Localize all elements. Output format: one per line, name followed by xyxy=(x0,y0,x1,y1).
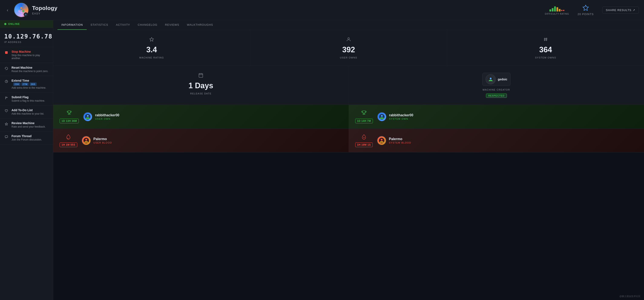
flag-icon xyxy=(4,96,8,100)
user-blood-type: USER BLOOD xyxy=(94,141,112,144)
svg-line-15 xyxy=(544,38,545,41)
tab-statistics[interactable]: STATISTICS xyxy=(87,20,112,30)
main-layout: ONLINE 10.129.76.78 IP ADDRESS Stop Mach… xyxy=(0,20,644,300)
review-machine-content: Review Machine Rate and send your feedba… xyxy=(12,121,49,128)
system-own-user-info: rabbithacker00 SYSTEM OWN xyxy=(389,113,413,120)
diff-bar-3 xyxy=(554,6,556,11)
reset-icon xyxy=(4,66,8,71)
respected-badge: RESPECTED xyxy=(486,94,507,98)
reset-machine-title: Reset Machine xyxy=(12,66,49,69)
stat-card-system-owns: 364 SYSTEM OWNS xyxy=(447,30,644,66)
sidebar-item-reset-machine[interactable]: Reset Machine Reset the machine to point… xyxy=(0,63,53,76)
system-own-icon-area: 1D 14H 7M xyxy=(355,110,373,123)
creator-label: MACHINE CREATOR xyxy=(482,88,510,91)
watermark: @极土掘金技术社区 xyxy=(620,295,640,298)
machine-rating-value: 3.4 xyxy=(146,45,157,54)
system-owns-value: 364 xyxy=(539,45,552,54)
status-bar: ONLINE xyxy=(0,20,53,28)
creator-name-badge: gedsic xyxy=(482,73,510,86)
share-results-button[interactable]: SHARE RESULTS ↗ xyxy=(602,6,639,14)
system-blood-username: Palermo xyxy=(389,137,411,141)
status-text: ONLINE xyxy=(8,22,20,25)
user-own-icon-area: 1D 13H 36M xyxy=(60,110,79,123)
user-blood-username: Palermo xyxy=(94,137,112,141)
svg-line-16 xyxy=(546,38,547,41)
add-todo-desc: Add this machine to your list. xyxy=(12,112,49,115)
system-blood-icon-area: 1H 19M 1S xyxy=(355,134,373,147)
sidebar-item-extend-time[interactable]: Extend Time 23H 27M 26S Add extra time t… xyxy=(0,76,53,93)
extend-time-content: Extend Time 23H 27M 26S Add extra time t… xyxy=(12,79,49,89)
diff-bar-5 xyxy=(559,9,560,11)
top-header: ‹ ⚙ Topology EASY xyxy=(0,0,644,20)
submit-flag-title: Submit Flag xyxy=(12,95,49,99)
reset-machine-content: Reset Machine Reset the machine to point… xyxy=(12,66,49,73)
stats-grid: 3.4 MACHINE RATING 392 USER OWNS xyxy=(53,30,644,66)
system-blood-icon xyxy=(361,134,367,141)
system-own-time: 1D 14H 7M xyxy=(355,119,373,123)
clock-icon xyxy=(4,79,8,84)
share-icon: ↗ xyxy=(633,8,635,12)
release-date-label: RELEASE DATE xyxy=(190,92,212,95)
difficulty-rating: DIFFICULTY RATING xyxy=(545,5,569,15)
extend-time-title: Extend Time 23H 27M 26S xyxy=(12,79,49,86)
svg-point-35 xyxy=(381,115,383,117)
system-blood-user-info: Palermo SYSTEM BLOOD xyxy=(389,137,411,144)
system-blood-type: SYSTEM BLOOD xyxy=(389,141,411,144)
release-date-value: 1 Days xyxy=(188,81,213,90)
points-value: 20 POINTS xyxy=(578,12,594,16)
svg-point-24 xyxy=(490,78,492,79)
user-blood-icon xyxy=(66,134,71,141)
user-blood-icon-area: 1H 1M 55S xyxy=(60,134,77,147)
info-card-release: 1 Days RELEASE DATE xyxy=(53,66,348,105)
user-owns-label: USER OWNS xyxy=(340,56,357,59)
forum-thread-desc: Join the Forum discussion. xyxy=(12,138,49,141)
hash-icon xyxy=(543,37,548,43)
svg-point-37 xyxy=(86,139,87,141)
tab-information[interactable]: INFORMATION xyxy=(58,20,87,30)
add-todo-title: Add To-Do List xyxy=(12,108,49,112)
share-label: SHARE RESULTS xyxy=(606,8,632,12)
submit-flag-content: Submit Flag Submit a flag to this machin… xyxy=(12,95,49,102)
content-area: INFORMATION STATISTICS ACTIVITY CHANGELO… xyxy=(53,20,644,300)
system-owns-label: SYSTEM OWNS xyxy=(535,56,556,59)
review-machine-title: Review Machine xyxy=(12,121,49,125)
time-seconds: 26S xyxy=(30,83,37,86)
tab-changelog[interactable]: CHANGELOG xyxy=(134,20,161,30)
user-own-trophy-icon xyxy=(66,110,72,117)
sidebar-item-submit-flag[interactable]: Submit Flag Submit a flag to this machin… xyxy=(0,93,53,106)
user-own-username: rabbithacker00 xyxy=(95,113,119,117)
ip-address: 10.129.76.78 xyxy=(4,33,49,40)
creator-name: gedsic xyxy=(498,78,507,81)
svg-marker-11 xyxy=(5,123,8,125)
record-card-system-blood: 1H 19M 1S Palermo SYSTEM BLOOD xyxy=(349,129,644,152)
svg-rect-27 xyxy=(68,114,70,114)
tab-activity[interactable]: ACTIVITY xyxy=(112,20,134,30)
stat-card-machine-rating: 3.4 MACHINE RATING xyxy=(53,30,250,66)
records-grid: 1D 13H 36M rabbithacker00 USER OWN xyxy=(53,105,644,152)
tab-walkthroughs[interactable]: WALKTHROUGHS xyxy=(183,20,217,30)
sidebar-item-review-machine[interactable]: Review Machine Rate and send your feedba… xyxy=(0,118,53,131)
sidebar-item-forum-thread[interactable]: Forum Thread Join the Forum discussion. xyxy=(0,131,53,144)
record-card-user-blood: 1H 1M 55S Palermo USER BLOOD xyxy=(53,129,348,152)
machine-rating-label: MACHINE RATING xyxy=(139,56,164,59)
svg-point-29 xyxy=(87,115,88,117)
user-blood-avatar xyxy=(82,136,91,145)
heart-icon xyxy=(4,109,8,113)
user-blood-user: Palermo USER BLOOD xyxy=(82,136,112,145)
user-own-avatar xyxy=(83,112,92,121)
sidebar-item-add-todo[interactable]: Add To-Do List Add this machine to your … xyxy=(0,106,53,118)
system-own-avatar xyxy=(377,112,386,121)
diff-dot-1 xyxy=(561,10,562,11)
diff-bar-4 xyxy=(556,7,558,11)
header-right: DIFFICULTY RATING 20 POINTS SHARE RESULT… xyxy=(545,4,639,16)
diff-bar-2 xyxy=(552,8,554,11)
svg-rect-12 xyxy=(5,136,8,138)
back-button[interactable]: ‹ xyxy=(5,7,10,13)
reset-machine-desc: Reset the machine to point zero. xyxy=(12,70,49,73)
tab-reviews[interactable]: REVIEWS xyxy=(161,20,183,30)
sidebar-item-stop-machine[interactable]: Stop Machine Stop this machine to play a… xyxy=(0,47,53,63)
system-own-user: rabbithacker00 SYSTEM OWN xyxy=(377,112,413,121)
tabs-left: INFORMATION STATISTICS ACTIVITY CHANGELO… xyxy=(58,20,217,30)
difficulty-bars xyxy=(550,5,564,11)
machine-name: Topology xyxy=(32,5,545,11)
